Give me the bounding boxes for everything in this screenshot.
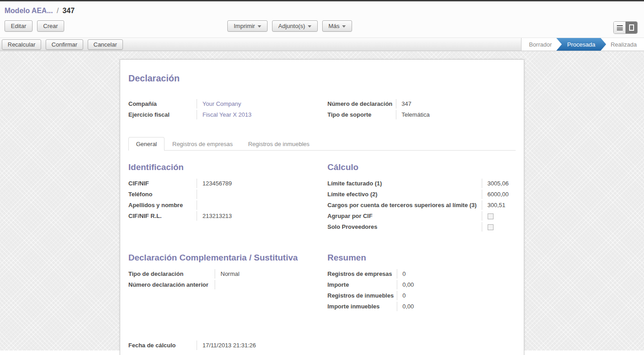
field-row: Registros de empresas 0 <box>328 269 516 280</box>
field-label-telefono: Teléfono <box>128 189 197 199</box>
resumen-group: Resumen Registros de empresas 0 Importe … <box>328 253 516 312</box>
field-label-limite-facturado: Límite facturado (1) <box>328 179 482 188</box>
form-view-button[interactable] <box>625 22 637 33</box>
field-value-compania[interactable]: Your Company <box>197 99 241 109</box>
agrupar-por-cif-checkbox[interactable] <box>488 213 494 219</box>
field-label-limite-efectivo: Límite efectivo (2) <box>328 189 482 199</box>
field-value-importe: 0,00 <box>397 280 414 289</box>
status-borrador[interactable]: Borrador <box>522 38 559 51</box>
field-value-limite-efectivo: 6000,00 <box>482 189 509 199</box>
field-row: Solo Proveedores <box>328 222 516 233</box>
tab-registros-inmuebles[interactable]: Registros de inmuebles <box>240 137 317 151</box>
field-label-tipo-declaracion: Tipo de declaración <box>128 269 215 279</box>
field-label-apellidos-nombre: Apellidos y nombre <box>128 200 197 210</box>
field-label-registros-empresas: Registros de empresas <box>328 269 397 279</box>
field-label-compania: Compañía <box>128 99 197 109</box>
field-label-fecha-calculo: Fecha de cálculo <box>128 341 197 350</box>
print-label: Imprimir <box>234 23 255 29</box>
field-label-importe-inmuebles: Importe inmuebles <box>328 302 397 311</box>
field-value-limite-facturado: 3005,06 <box>482 179 509 188</box>
tab-general[interactable]: General <box>128 137 165 151</box>
tab-registros-empresas[interactable]: Registros de empresas <box>165 137 240 151</box>
content-background: Declaración Compañía Your Company Ejerci… <box>0 51 644 350</box>
field-value-telefono <box>197 189 202 192</box>
field-row: Cargos por cuenta de terceros superiores… <box>328 200 516 211</box>
solo-proveedores-checkbox[interactable] <box>488 224 494 230</box>
complementaria-title: Declaración Complementaria / Sustitutiva <box>128 253 317 263</box>
field-value-registros-empresas: 0 <box>397 269 406 279</box>
field-label-tipo-soporte: Tipo de soporte <box>328 110 396 119</box>
field-row: Importe 0,00 <box>328 280 516 291</box>
attachments-dropdown-button[interactable]: Adjunto(s) <box>272 20 318 32</box>
field-row: Importe inmuebles 0,00 <box>328 302 516 312</box>
field-row: Tipo de declaración Normal <box>128 269 317 280</box>
breadcrumb: Modelo AEA... / 347 <box>5 7 639 15</box>
form-sheet: Declaración Compañía Your Company Ejerci… <box>120 59 524 355</box>
field-value-cargos-terceros: 300,51 <box>482 200 506 210</box>
field-row: Teléfono <box>128 189 317 200</box>
identificacion-group: Identificación CIF/NIF 123456789 Teléfon… <box>128 162 317 233</box>
footer-field-group: Fecha de cálculo 17/11/2013 21:31:26 <box>128 341 516 351</box>
calculo-group: Cálculo Límite facturado (1) 3005,06 Lím… <box>328 162 516 233</box>
field-value-numero-declaracion-anterior <box>215 280 221 283</box>
field-row: Límite efectivo (2) 6000,00 <box>328 189 516 200</box>
edit-button[interactable]: Editar <box>5 20 33 32</box>
field-row: Número declaración anterior <box>128 280 317 291</box>
field-row: CIF/NIF R.L. 213213213 <box>128 211 317 222</box>
breadcrumb-link-model[interactable]: Modelo AEA... <box>5 7 53 14</box>
page-header: Modelo AEA... / 347 Editar Crear Imprimi… <box>0 1 644 38</box>
field-value-apellidos-nombre <box>197 200 202 203</box>
field-value-ejercicio-fiscal[interactable]: Fiscal Year X 2013 <box>197 110 251 119</box>
chevron-down-icon <box>308 25 311 28</box>
field-label-ejercicio-fiscal: Ejercicio fiscal <box>128 110 197 119</box>
complementaria-group: Declaración Complementaria / Sustitutiva… <box>128 253 317 312</box>
field-row: Apellidos y nombre <box>128 200 317 211</box>
field-row: Tipo de soporte Telemática <box>328 110 516 121</box>
print-dropdown-button[interactable]: Imprimir <box>227 20 268 32</box>
cancel-button[interactable]: Cancelar <box>88 39 123 50</box>
more-dropdown-button[interactable]: Más <box>322 20 353 32</box>
field-value-fecha-calculo: 17/11/2013 21:31:26 <box>197 341 256 350</box>
breadcrumb-current: 347 <box>62 7 75 14</box>
field-value-tipo-soporte: Telemática <box>396 110 430 119</box>
attachments-label: Adjunto(s) <box>278 23 305 29</box>
recalculate-button[interactable]: Recalcular <box>2 39 41 50</box>
status-realizada[interactable]: Realizada <box>603 38 644 51</box>
field-row: Ejercicio fiscal Fiscal Year X 2013 <box>128 110 317 121</box>
header-fields-right: Número de declaración 347 Tipo de soport… <box>328 99 516 121</box>
field-value-numero-declaracion: 347 <box>396 99 412 109</box>
field-label-cif-nif: CIF/NIF <box>128 179 197 188</box>
field-label-importe: Importe <box>328 280 397 289</box>
confirm-button[interactable]: Confirmar <box>46 39 83 50</box>
header-fields-left: Compañía Your Company Ejercicio fiscal F… <box>128 99 317 121</box>
field-label-registros-inmuebles: Registros de inmuebles <box>328 291 397 300</box>
field-label-numero-declaracion: Número de declaración <box>328 99 396 109</box>
calculo-title: Cálculo <box>328 162 516 172</box>
field-row: Agrupar por CIF <box>328 211 516 222</box>
field-row: Límite facturado (1) 3005,06 <box>328 179 516 189</box>
field-value-registros-inmuebles: 0 <box>397 291 406 300</box>
field-value-cif-nif: 123456789 <box>197 179 232 188</box>
field-row: Compañía Your Company <box>128 99 317 110</box>
list-icon <box>617 25 623 30</box>
statusbar: Borrador Procesada Realizada <box>521 38 644 51</box>
chevron-down-icon <box>258 25 261 28</box>
sheet-title: Declaración <box>128 73 516 84</box>
create-button[interactable]: Crear <box>37 20 65 32</box>
action-toolbar: Recalcular Confirmar Cancelar Borrador P… <box>0 38 644 51</box>
more-label: Más <box>329 23 340 29</box>
field-label-solo-proveedores: Solo Proveedores <box>328 222 482 232</box>
notebook-tabs: General Registros de empresas Registros … <box>128 137 516 151</box>
list-view-button[interactable] <box>614 22 625 33</box>
chevron-down-icon <box>342 25 346 28</box>
form-icon <box>629 24 634 31</box>
field-value-importe-inmuebles: 0,00 <box>397 302 414 311</box>
field-row: Número de declaración 347 <box>328 99 516 110</box>
field-value-tipo-declaracion: Normal <box>215 269 240 279</box>
field-row: Fecha de cálculo 17/11/2013 21:31:26 <box>128 341 516 351</box>
status-procesada[interactable]: Procesada <box>556 38 606 51</box>
field-row: CIF/NIF 123456789 <box>128 179 317 189</box>
field-label-cargos-terceros: Cargos por cuenta de terceros superiores… <box>328 200 482 210</box>
field-value-cif-nif-rl: 213213213 <box>197 211 232 221</box>
field-row: Registros de inmuebles 0 <box>328 291 516 302</box>
